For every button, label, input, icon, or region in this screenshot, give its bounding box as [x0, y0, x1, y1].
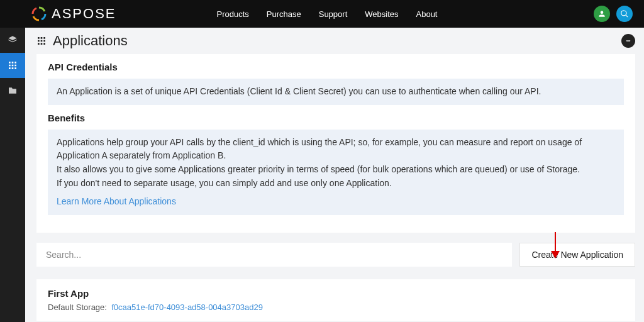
user-icon [597, 9, 606, 18]
left-sidebar [0, 28, 25, 322]
search-button[interactable] [616, 6, 633, 22]
nav-products[interactable]: Products [216, 9, 248, 19]
folder-icon [8, 86, 18, 96]
grid-icon [8, 60, 18, 70]
account-button[interactable] [594, 6, 610, 22]
nav-support[interactable]: Support [319, 9, 348, 19]
api-credentials-text: An Application is a set of unique API Cr… [57, 86, 541, 96]
action-row: Create New Application [36, 243, 635, 267]
collapse-button[interactable] [621, 34, 635, 48]
create-application-button[interactable]: Create New Application [519, 243, 635, 267]
default-storage-line: Default Storage: f0caa51e-fd70-4093-ad58… [48, 303, 624, 312]
page-title-row: Applications [36, 33, 635, 49]
nav-purchase[interactable]: Purchase [267, 9, 301, 19]
application-name: First App [48, 288, 624, 299]
default-storage-link[interactable]: f0caa51e-fd70-4093-ad58-004a3703ad29 [111, 303, 263, 312]
learn-more-link[interactable]: Learn More About Applications [57, 195, 176, 209]
info-card: API Credentials An Application is a set … [36, 54, 635, 233]
benefits-text-3: If you don't need to separate usage, you… [57, 177, 615, 191]
benefits-text-2: It also allows you to give some Applicat… [57, 163, 615, 177]
nav-about[interactable]: About [416, 9, 438, 19]
benefits-text-1: Applications help group your API calls b… [57, 136, 615, 163]
sidebar-item-applications[interactable] [0, 53, 25, 78]
search-input[interactable] [36, 243, 512, 267]
primary-nav: Products Purchase Support Websites About [216, 9, 437, 19]
brand-name: ASPOSE [52, 6, 116, 22]
benefits-info: Applications help group your API calls b… [48, 130, 624, 215]
page-title-icon [36, 36, 47, 46]
aspose-logo-icon [31, 6, 47, 21]
application-card: First App Default Storage: f0caa51e-fd70… [36, 279, 635, 321]
sidebar-item-files[interactable] [0, 78, 25, 103]
main-content: Applications API Credentials An Applicat… [25, 28, 644, 322]
api-credentials-heading: API Credentials [48, 62, 624, 72]
benefits-heading: Benefits [48, 113, 624, 123]
nav-websites[interactable]: Websites [365, 9, 398, 19]
default-storage-label: Default Storage: [48, 303, 107, 312]
top-header: ASPOSE Products Purchase Support Website… [0, 0, 644, 28]
page-title: Applications [53, 33, 128, 49]
minus-icon [625, 38, 631, 44]
svg-rect-0 [626, 41, 630, 42]
sidebar-item-layers[interactable] [0, 28, 25, 53]
header-actions [594, 6, 633, 22]
api-credentials-info: An Application is a set of unique API Cr… [48, 79, 624, 105]
layers-icon [8, 35, 18, 45]
search-icon [620, 9, 629, 18]
brand-logo[interactable]: ASPOSE [31, 6, 116, 22]
